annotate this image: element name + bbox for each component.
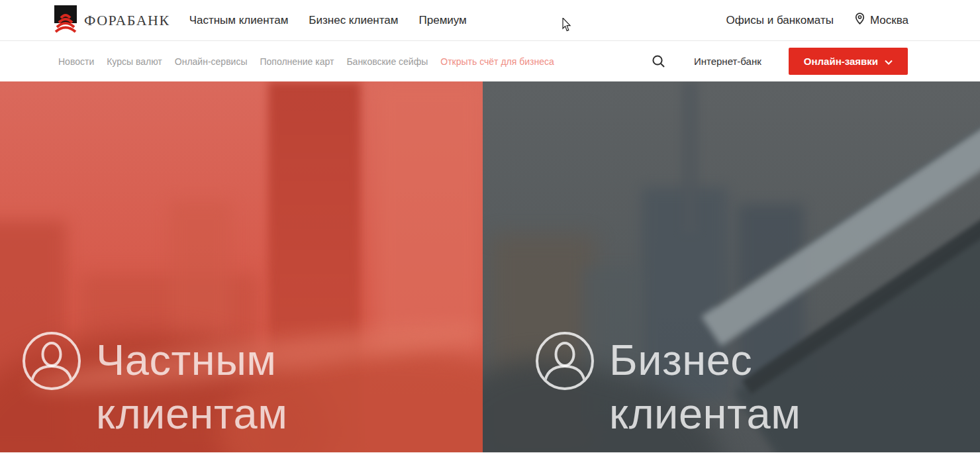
secondary-header: Новости Курсы валют Онлайн-сервисы Попол…	[0, 41, 980, 81]
bg-shape	[374, 81, 483, 366]
top-header: ФОРАБАНК Частным клиентам Бизнес клиента…	[0, 0, 980, 41]
brand-name: ФОРАБАНК	[84, 12, 170, 29]
hero-business-clients[interactable]: Бизнес клиентам	[483, 81, 980, 452]
hero-private-title-line1: Частным	[96, 333, 287, 387]
hero-private-title-line2: клиентам	[96, 387, 287, 440]
logo[interactable]: ФОРАБАНК	[54, 5, 170, 36]
subnav-news[interactable]: Новости	[58, 56, 94, 67]
nav-business-clients[interactable]: Бизнес клиентам	[309, 14, 398, 27]
hero-banner: Частным клиентам	[0, 81, 980, 452]
chevron-down-icon	[885, 56, 893, 67]
subnav-currency-rates[interactable]: Курсы валют	[107, 56, 162, 67]
subnav-online-services[interactable]: Онлайн-сервисы	[175, 56, 248, 67]
city-selector[interactable]: Москва	[855, 13, 908, 28]
search-icon[interactable]	[652, 54, 665, 68]
city-label: Москва	[870, 14, 908, 27]
online-applications-button[interactable]: Онлайн-заявки	[789, 48, 908, 75]
hero-business-content: Бизнес клиентам	[535, 333, 801, 440]
internet-bank-link[interactable]: Интернет-банк	[694, 56, 761, 67]
subbar-right: Интернет-банк Онлайн-заявки	[652, 48, 908, 75]
nav-premium[interactable]: Премиум	[419, 14, 467, 27]
subnav-bank-safes[interactable]: Банковские сейфы	[346, 56, 428, 67]
offices-atms-link[interactable]: Офисы и банкоматы	[726, 14, 834, 27]
location-pin-icon	[855, 13, 865, 28]
hero-business-title: Бизнес клиентам	[609, 333, 801, 440]
hero-private-content: Частным клиентам	[22, 333, 287, 440]
hero-private-title: Частным клиентам	[96, 333, 287, 440]
subnav-open-business-account[interactable]: Открыть счёт для бизнеса	[440, 56, 554, 67]
logo-icon	[54, 5, 77, 36]
hero-business-title-line1: Бизнес	[609, 333, 801, 387]
page: ФОРАБАНК Частным клиентам Бизнес клиента…	[0, 0, 980, 453]
main-nav: Частным клиентам Бизнес клиентам Премиум	[189, 14, 467, 27]
user-circle-icon	[22, 331, 81, 393]
bg-shape	[681, 81, 699, 234]
topbar-right: Офисы и банкоматы Москва	[726, 13, 908, 28]
user-circle-icon	[535, 331, 595, 393]
sub-nav: Новости Курсы валют Онлайн-сервисы Попол…	[58, 56, 554, 67]
mouse-cursor	[562, 18, 571, 34]
subnav-card-topup[interactable]: Пополнение карт	[260, 56, 334, 67]
nav-private-clients[interactable]: Частным клиентам	[189, 14, 289, 27]
hero-private-clients[interactable]: Частным клиентам	[0, 81, 483, 452]
online-applications-label: Онлайн-заявки	[804, 56, 878, 67]
hero-business-title-line2: клиентам	[609, 387, 801, 440]
